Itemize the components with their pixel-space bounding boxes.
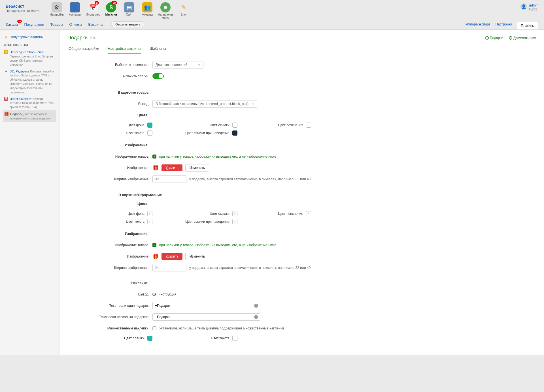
app-contacts[interactable]: 👤Контакты [66,2,84,19]
link-instruction[interactable]: инструкция [159,292,177,296]
user-name[interactable]: admin [529,3,538,7]
lbl-output: Вывод [67,102,152,106]
sidebar-item-gifts[interactable]: 🎁Подарки Дает возможность прикреплять к … [3,110,56,122]
nav-products[interactable]: Товары [50,22,63,27]
color-linkhover-cart[interactable]: × [232,219,237,224]
content: Подарки 2.0 +Подарки ?Документация Общие… [60,30,544,355]
lbl-settlement: Выберите поселение [67,63,152,67]
input-onegift[interactable] [153,302,254,309]
tab-templates[interactable]: Шаблоны [150,45,166,54]
app-team[interactable]: 👥Команда [139,2,156,19]
sidebar: ★Популярные плагины УСТАНОВЛЕНЫ ⬆Переход… [0,30,60,355]
nav-storefront[interactable]: Витрина [88,22,103,27]
color-bg-card[interactable] [147,123,152,128]
color-text-card[interactable] [147,130,152,136]
btn-change-cart[interactable]: Изменить [185,253,209,260]
tabs: Общие настройки Настройки витрины Шаблон… [67,45,536,54]
sidebar-item-migrate[interactable]: ⬆Переход на Shop-Script Перенос данных в… [3,49,56,68]
sidebar-item-yandex[interactable]: ЯЯндекс.Маркет Экспорт каталога товаров … [3,96,56,111]
nav-customers[interactable]: Покупатели [24,22,44,27]
chk-imgproduct-cart[interactable]: ✓ [152,243,156,247]
gift-icon-cart: 🎁 [152,253,159,260]
color-expl-cart[interactable]: × [306,211,311,216]
sub-nav: Заказы59 Покупатели Товары Отчеты Витрин… [0,19,544,30]
nav-orders[interactable]: Заказы59 [6,22,18,27]
brand-date: Понедельник, 18 марта [6,9,39,12]
color-bg-cart[interactable]: × [147,211,152,216]
lbl-enable: Включить плагин [67,74,152,78]
app-settings[interactable]: ⚙Настройки [48,2,65,19]
color-badgetext[interactable] [232,336,237,341]
color-link-card[interactable] [232,123,237,128]
input-manygifts[interactable] [153,314,254,320]
select-output[interactable]: В боковой части страницы (хук frontend_p… [152,100,257,108]
info-icon[interactable]: i [254,304,258,308]
sidebar-popular[interactable]: ★Популярные плагины [3,34,56,40]
avatar[interactable]: 👤 [520,3,527,10]
btn-delete-cart[interactable]: Удалить [162,253,182,260]
color-link-cart[interactable]: × [232,211,237,216]
color-expl-card[interactable] [306,123,311,128]
color-badge[interactable] [147,336,152,341]
nav-reports[interactable]: Отчеты [69,22,82,27]
brand: Вебасист Понедельник, 18 марта [6,2,39,12]
select-settlement[interactable]: Для всех поселений [152,61,203,68]
app-shop[interactable]: 58$Магазин [102,2,120,19]
tab-settings[interactable]: Настройки [496,22,512,26]
tab-general[interactable]: Общие настройки [69,45,99,54]
sidebar-item-redirect[interactable]: ➡301 Редирект Помогает перейти на Shop-S… [3,68,56,96]
input-imgwidth-cart[interactable] [152,264,186,271]
chk-multi[interactable] [152,326,156,330]
gift-icon: 🎁 [152,165,159,171]
lbl-image-card: Изображение: [67,143,152,147]
link-gifts[interactable]: +Подарки [485,36,503,40]
app-site[interactable]: ▤Сайт [120,2,138,19]
toggle-enable[interactable] [152,73,164,79]
page-title: Подарки [67,35,88,41]
btn-delete-card[interactable]: Удалить [162,164,182,171]
app-installer[interactable]: 2📅Инсталлер [84,2,102,19]
apps-row: ⚙Настройки 👤Контакты 2📅Инсталлер 58$Мага… [48,2,192,19]
tab-plugins[interactable]: Плагины [517,22,538,29]
tab-storefront[interactable]: Настройки витрины [108,45,141,54]
app-blog[interactable]: ✎Блог [175,2,192,19]
input-imgwidth-card[interactable] [152,175,186,183]
section-card: В карточке товара [67,91,152,95]
user-area: 👤 admin выйти [520,2,538,11]
sidebar-installed-header: УСТАНОВЛЕНЫ [3,43,56,47]
section-stickers: Наклейки: [67,281,152,285]
brand-name[interactable]: Вебасист [6,4,39,8]
section-cart: В корзине/Оформление [118,193,536,197]
app-menu[interactable]: ≡Управление меню [157,2,174,19]
info-icon[interactable]: i [254,315,258,319]
tab-import[interactable]: Импорт/экспорт [466,22,490,26]
color-linkhover-card[interactable] [232,130,237,136]
lbl-colors-card: Цвета: [67,113,152,117]
chk-imgproduct-card[interactable]: ✓ [152,155,156,158]
open-store-button[interactable]: Открыть витрину [111,22,144,27]
page-version: 2.0 [90,36,95,40]
main: ★Популярные плагины УСТАНОВЛЕНЫ ⬆Переход… [0,30,544,355]
logout-link[interactable]: выйти [529,7,537,11]
color-text-cart[interactable]: × [147,219,152,224]
btn-change-card[interactable]: Изменить [185,164,209,172]
link-docs[interactable]: ?Документация [509,36,536,40]
top-bar: Вебасист Понедельник, 18 марта ⚙Настройк… [0,0,544,19]
